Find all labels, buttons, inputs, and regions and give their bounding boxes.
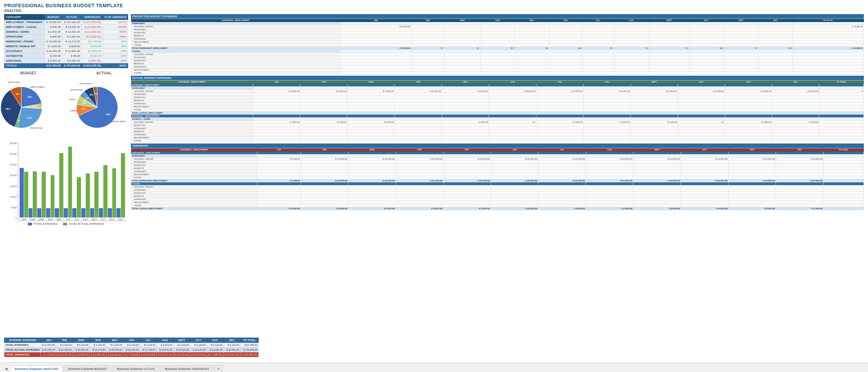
- bar-month-label: JUL: [75, 218, 79, 221]
- bar-budget: [116, 208, 121, 217]
- bar-chart-area: 35000300002500020000150001000050000 JANF…: [4, 141, 128, 335]
- bar-group: MAR: [37, 172, 46, 221]
- tab-actual[interactable]: Business Expense ACTUAL: [112, 365, 160, 372]
- projected-table-container: EXPENSES - EMPLOYMENTJANFEBMARAPRMAYJUNJ…: [131, 19, 864, 75]
- bar-budget: [108, 208, 112, 217]
- svg-text:3%: 3%: [94, 93, 98, 95]
- svg-text:MARKETING ..: MARKETING ..: [30, 127, 44, 129]
- bar-group: APR: [46, 175, 55, 221]
- projected-section: PROJECTED BUDGET EXPENSES EXPENSES - EMP…: [131, 14, 864, 75]
- bar-actual: [51, 175, 55, 217]
- bar-month-label: DEC: [118, 218, 123, 221]
- col-budget: BUDGET: [44, 14, 62, 20]
- svg-text:OCCUPANCY: OCCUPANCY: [80, 83, 93, 85]
- legend-label-actual: TOTAL ACTUAL EXPENSES: [69, 222, 104, 225]
- actual-title: ACTUAL BUDGET EXPENSES: [131, 76, 864, 80]
- bar-actual: [103, 165, 107, 217]
- col-actual: ACTUAL: [62, 14, 82, 20]
- pie-charts-row: BUDGET 22%2%27%2%36%9%EMPLOYMENT..MARKET…: [4, 70, 128, 140]
- bar-group: JAN: [20, 168, 28, 221]
- variances-section: VARIANCES EXPENSES - EMPLOYMENTJANFEBMAR…: [131, 144, 864, 210]
- bar-budget: [46, 208, 50, 217]
- y-axis-labels: 35000300002500020000150001000050000: [4, 142, 17, 221]
- bar-actual: [121, 153, 125, 217]
- bar-legend: TOTAL EXPENSES TOTAL ACTUAL EXPENSES: [4, 222, 128, 225]
- svg-text:ADDITIONAL: ADDITIONAL: [8, 81, 21, 83]
- bar-actual: [77, 177, 81, 217]
- svg-text:EMPLOYMENT..: EMPLOYMENT..: [70, 110, 79, 112]
- bar-budget: [29, 208, 33, 217]
- svg-text:8%: 8%: [90, 94, 93, 96]
- bar-group: MAY: [55, 153, 63, 221]
- bar-actual: [112, 168, 116, 217]
- legend-color-actual: [63, 223, 67, 225]
- bar-budget: [37, 208, 41, 217]
- bar-actual: [68, 147, 72, 217]
- bar-month-label: JAN: [22, 218, 26, 221]
- bar-groups: JANFEBMARAPRMAYJUNJULAUGSEPTOCTNOVDEC: [18, 142, 126, 221]
- svg-text:GENERAL / ..: GENERAL / ..: [70, 98, 79, 100]
- svg-text:9%: 9%: [82, 108, 86, 110]
- tab-variances[interactable]: Business Expense VARIANCES: [161, 365, 214, 372]
- bar-group: JUN: [64, 147, 72, 221]
- header: PROFESSIONAL BUSINESS BUDGET TEMPLATE AN…: [0, 0, 868, 13]
- svg-text:5%: 5%: [83, 102, 86, 104]
- variances-title: VARIANCES: [131, 144, 864, 148]
- bar-month-label: FEB: [30, 218, 35, 221]
- right-panel: PROJECTED BUDGET EXPENSES EXPENSES - EMP…: [131, 14, 864, 357]
- main-content: CATEGORY BUDGET ACTUAL VARIANCES % OF VA…: [0, 13, 868, 358]
- bar-month-label: AUG: [83, 218, 88, 221]
- actual-pie-title: ACTUAL: [96, 71, 112, 75]
- variances-table-container: EXPENSES - EMPLOYMENTJANFEBMARAPRMAYJUNJ…: [131, 148, 864, 210]
- bar-group: JUL: [72, 177, 81, 221]
- bar-group: SEPT: [90, 172, 99, 221]
- bar-budget: [64, 208, 68, 217]
- legend-label-budget: TOTAL EXPENSES: [33, 222, 58, 225]
- bar-group: FEB: [29, 171, 37, 221]
- col-variances: VARIANCES: [82, 14, 103, 20]
- svg-text:9%: 9%: [16, 93, 20, 95]
- section-subtitle: ANALYSIS: [4, 9, 864, 13]
- svg-text:36%: 36%: [6, 108, 11, 110]
- svg-text:2%: 2%: [33, 105, 37, 107]
- tab-analysis[interactable]: Business Expense ANALYSIS: [10, 365, 63, 372]
- svg-text:EMPLOYMENT..: EMPLOYMENT..: [111, 120, 127, 123]
- svg-text:69%: 69%: [106, 113, 111, 116]
- col-pct: % OF VARIANCE: [103, 14, 128, 20]
- svg-text:OCCUPANCY: OCCUPANCY: [0, 109, 2, 111]
- bar-actual: [86, 173, 90, 217]
- bar-chart-wrapper: 35000300002500020000150001000050000 JANF…: [18, 142, 126, 221]
- bar-budget: [90, 208, 94, 217]
- bar-budget: [55, 208, 59, 217]
- tab-add[interactable]: +: [214, 365, 223, 372]
- bottom-tabs: ◀ Business Expense ANALYSIS Business Exp…: [0, 362, 868, 372]
- bar-group: AUG: [81, 173, 90, 221]
- budget-pie-chart: 22%2%27%2%36%9%EMPLOYMENT..MARKETING ..O…: [0, 76, 63, 138]
- actual-pie-container: ACTUAL 69%9%5%2%5%8%3%EMPLOYMENT..EMPLOY…: [70, 71, 138, 138]
- bar-group: OCT: [99, 165, 107, 221]
- projected-title: PROJECTED BUDGET EXPENSES: [131, 14, 864, 19]
- bar-month-label: MAY: [56, 218, 62, 221]
- svg-text:5%: 5%: [85, 97, 89, 99]
- legend-item-budget: TOTAL EXPENSES: [28, 222, 58, 225]
- actual-section: ACTUAL BUDGET EXPENSES EXPENSES - EMPLOY…: [131, 76, 864, 142]
- bar-actual: [42, 172, 46, 217]
- bar-month-label: NOV: [109, 218, 114, 221]
- bar-actual: [24, 172, 28, 217]
- bar-month-label: OCT: [101, 218, 106, 221]
- analysis-table: CATEGORY BUDGET ACTUAL VARIANCES % OF VA…: [4, 14, 128, 68]
- bar-budget: [20, 168, 24, 217]
- expense-overview-section: EXPENSE OVERVIEWJANFEBMARAPRMAYJUNJULAUG…: [4, 336, 128, 357]
- left-panel: CATEGORY BUDGET ACTUAL VARIANCES % OF VA…: [4, 14, 128, 357]
- tab-budget[interactable]: Business Expense BUDGET: [63, 365, 112, 372]
- bar-actual: [59, 153, 63, 217]
- budget-pie-container: BUDGET 22%2%27%2%36%9%EMPLOYMENT..MARKET…: [0, 71, 63, 138]
- budget-pie-title: BUDGET: [20, 71, 36, 75]
- actual-table-container: EXPENSES - EMPLOYMENTJANFEBMARAPRMAYJUNJ…: [131, 80, 864, 142]
- actual-pie-chart: 69%9%5%2%5%8%3%EMPLOYMENT..EMPLOYMENT..G…: [70, 76, 138, 138]
- nav-arrow-left[interactable]: ◀: [3, 365, 10, 372]
- legend-item-actual: TOTAL ACTUAL EXPENSES: [63, 222, 104, 225]
- bar-month-label: APR: [48, 218, 53, 221]
- bar-actual: [94, 172, 99, 217]
- svg-text:22%: 22%: [28, 96, 33, 98]
